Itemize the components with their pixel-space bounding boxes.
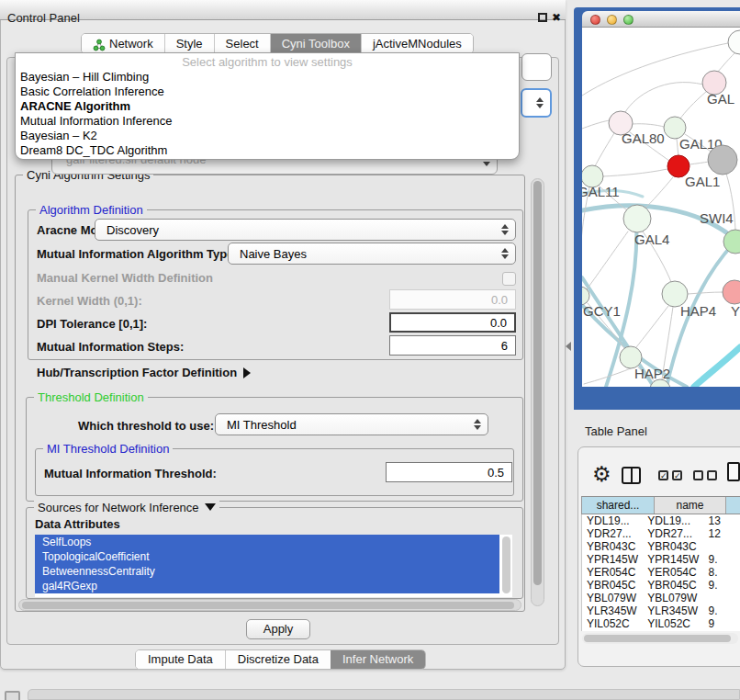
column-header-cut[interactable] bbox=[726, 497, 740, 514]
tab-select[interactable]: Select bbox=[214, 34, 270, 53]
settings-horizontal-scrollbar[interactable] bbox=[18, 599, 521, 611]
algorithm-combo-fragment[interactable] bbox=[521, 88, 552, 118]
column-header-name[interactable]: name bbox=[655, 497, 726, 514]
table-cell[interactable]: YBR043C bbox=[582, 540, 643, 553]
table-cell[interactable]: 13 bbox=[704, 514, 740, 527]
network-canvas[interactable]: GALGAL80GAL10GAL1GAL11GAL4SWI4GCY1HAP4YH… bbox=[582, 28, 740, 387]
table-row[interactable]: YBR045CYBR045C9. bbox=[582, 579, 740, 592]
table-row[interactable]: YPR145WYPR145W9. bbox=[582, 553, 740, 566]
which-threshold-combo[interactable]: MI Threshold bbox=[215, 413, 488, 435]
scrollbar-thumb[interactable] bbox=[533, 181, 542, 585]
table-row[interactable]: YDL19...YDL19...13 bbox=[582, 514, 740, 527]
table-cell[interactable]: YBR045C bbox=[643, 579, 703, 592]
threshold-definition-legend: Threshold Definition bbox=[34, 390, 148, 404]
sources-legend-label: Sources for Network Inference bbox=[38, 501, 199, 514]
data-attribute-item[interactable]: gal4RGexp bbox=[35, 579, 499, 593]
data-attributes-list[interactable]: SelfLoopsTopologicalCoefficientBetweenne… bbox=[35, 535, 512, 597]
table-cell[interactable] bbox=[704, 540, 740, 553]
control-panel-titlebar[interactable] bbox=[0, 0, 566, 20]
split-columns-icon[interactable] bbox=[622, 467, 641, 484]
tab-infer-network[interactable]: Infer Network bbox=[331, 650, 425, 669]
tab-impute-data[interactable]: Impute Data bbox=[136, 650, 225, 669]
deselect-all-checkboxes-icon[interactable] bbox=[693, 470, 717, 480]
network-node[interactable] bbox=[708, 145, 737, 175]
tab-network[interactable]: Network bbox=[82, 34, 164, 53]
aracne-mode-value: Discovery bbox=[107, 223, 159, 238]
table-cell[interactable]: YPR145W bbox=[643, 553, 703, 566]
algorithm-option[interactable]: ARACNE Algorithm bbox=[16, 99, 519, 114]
sources-legend[interactable]: Sources for Network Inference bbox=[34, 501, 219, 514]
table-cell[interactable]: 9. bbox=[704, 579, 740, 592]
aracne-mode-combo[interactable]: Discovery bbox=[95, 219, 516, 241]
algorithm-option[interactable]: Bayesian – Hill Climbing bbox=[16, 70, 519, 85]
scrollbar-thumb[interactable] bbox=[584, 635, 731, 642]
table-cell[interactable]: YDR27... bbox=[582, 527, 643, 540]
table-cell[interactable] bbox=[704, 592, 740, 604]
mi-steps-input[interactable] bbox=[389, 335, 516, 356]
gear-icon[interactable]: ⚙ bbox=[592, 463, 611, 485]
table-header-row: shared... name bbox=[581, 496, 740, 514]
table-cell[interactable]: YER054C bbox=[582, 566, 643, 579]
table-cell[interactable]: 9. bbox=[704, 604, 740, 617]
tab-cyni-toolbox[interactable]: Cyni Toolbox bbox=[270, 34, 361, 53]
table-cell[interactable]: 8. bbox=[704, 566, 740, 579]
table-horizontal-scrollbar[interactable] bbox=[582, 633, 738, 644]
table-cell[interactable]: YBL079W bbox=[582, 592, 643, 604]
minimize-traffic-light-icon[interactable] bbox=[607, 15, 617, 25]
scrollbar-thumb[interactable] bbox=[22, 602, 514, 609]
close-traffic-light-icon[interactable] bbox=[590, 15, 600, 25]
table-cell[interactable]: YBR043C bbox=[643, 540, 703, 553]
network-window-titlebar[interactable] bbox=[582, 11, 740, 28]
table-cell[interactable]: YDL19... bbox=[582, 514, 643, 527]
table-row[interactable]: YIL052CYIL052C9 bbox=[582, 617, 740, 630]
mi-type-combo[interactable]: Naive Bayes bbox=[228, 243, 516, 265]
collapsed-panel-button[interactable] bbox=[5, 691, 20, 700]
network-node[interactable] bbox=[723, 280, 740, 304]
network-node[interactable] bbox=[623, 205, 651, 232]
data-attribute-item[interactable]: SelfLoops bbox=[35, 535, 499, 549]
close-icon[interactable]: ✖ bbox=[552, 10, 561, 25]
algorithm-option[interactable]: Dream8 DC_TDC Algorithm bbox=[16, 143, 519, 158]
apply-button[interactable]: Apply bbox=[246, 619, 310, 639]
table-cell[interactable]: YIL052C bbox=[582, 617, 643, 630]
table-cell[interactable]: YBR045C bbox=[582, 579, 643, 592]
dpi-tolerance-input[interactable] bbox=[389, 312, 516, 333]
table-cell[interactable]: YLR345W bbox=[582, 604, 643, 617]
zoom-traffic-light-icon[interactable] bbox=[623, 15, 633, 25]
algorithm-option[interactable]: Basic Correlation Inference bbox=[16, 85, 519, 99]
algorithm-option[interactable]: Mutual Information Inference bbox=[16, 114, 519, 129]
network-node[interactable] bbox=[728, 30, 740, 54]
panel-resize-handle[interactable] bbox=[566, 342, 571, 351]
table-row[interactable]: YLR345WYLR345W9. bbox=[582, 604, 740, 617]
table-cell[interactable]: YER054C bbox=[643, 566, 703, 579]
mi-threshold-input[interactable] bbox=[386, 462, 512, 482]
data-attribute-item[interactable]: TopologicalCoefficient bbox=[35, 549, 499, 564]
table-row[interactable]: YDR27...YDR27...12 bbox=[582, 527, 740, 540]
algorithm-option[interactable]: Bayesian – K2 bbox=[16, 129, 519, 143]
table-row[interactable]: YBR043CYBR043C bbox=[582, 540, 740, 553]
mi-steps-label: Mutual Information Steps: bbox=[37, 340, 184, 354]
settings-vertical-scrollbar[interactable] bbox=[531, 178, 544, 606]
table-cell[interactable]: YLR345W bbox=[643, 604, 703, 617]
table-cell[interactable]: 12 bbox=[704, 527, 740, 540]
table-cell[interactable]: YDL19... bbox=[643, 514, 703, 527]
list-scrollbar-thumb[interactable] bbox=[502, 536, 510, 593]
table-cell[interactable]: YDR27... bbox=[643, 527, 703, 540]
table-row[interactable]: YER054CYER054C8. bbox=[582, 566, 740, 579]
tab-jactivemnodules[interactable]: jActiveMNodules bbox=[361, 34, 473, 53]
new-document-icon[interactable] bbox=[727, 462, 740, 481]
hub-definition-toggle[interactable]: Hub/Transcription Factor Definition bbox=[37, 366, 251, 379]
table-cell[interactable]: YBL079W bbox=[643, 592, 703, 604]
column-header-shared-name[interactable]: shared... bbox=[582, 497, 655, 514]
float-window-icon[interactable] bbox=[538, 13, 547, 22]
data-attribute-item[interactable]: BetweennessCentrality bbox=[35, 564, 499, 579]
table-cell[interactable]: YPR145W bbox=[582, 553, 643, 566]
table-cell[interactable]: YIL052C bbox=[643, 617, 703, 630]
table-cell[interactable]: 9. bbox=[704, 553, 740, 566]
table-cell[interactable]: 9 bbox=[704, 617, 740, 630]
table-row[interactable]: YBL079WYBL079W bbox=[582, 592, 740, 604]
tab-style[interactable]: Style bbox=[164, 34, 214, 53]
select-all-checkboxes-icon[interactable]: ✓ ✓ bbox=[658, 470, 682, 480]
tab-style-label: Style bbox=[176, 34, 203, 53]
tab-discretize-data[interactable]: Discretize Data bbox=[225, 650, 331, 669]
